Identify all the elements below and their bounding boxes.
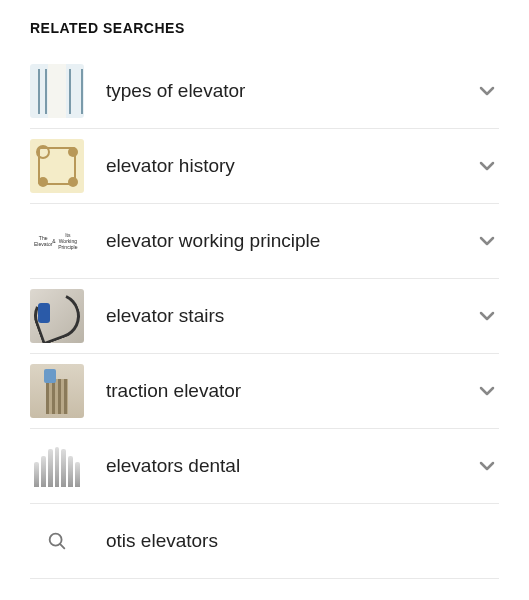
related-search-label: traction elevator [84, 380, 475, 402]
related-searches-heading: RELATED SEARCHES [30, 20, 499, 36]
related-search-item[interactable]: hydraulic elevators [30, 579, 499, 600]
related-search-item[interactable]: The Elevator & Its Working Principle ele… [30, 204, 499, 279]
related-search-label: elevator history [84, 155, 475, 177]
related-search-item[interactable]: elevator history [30, 129, 499, 204]
related-search-label: elevators dental [84, 455, 475, 477]
thumbnail-image [30, 64, 84, 118]
search-icon [30, 589, 84, 600]
related-search-item[interactable]: traction elevator [30, 354, 499, 429]
related-search-item[interactable]: elevators dental [30, 429, 499, 504]
related-searches-list: types of elevator elevator history The E… [30, 54, 499, 600]
chevron-down-icon [475, 454, 499, 478]
thumbnail-image [30, 439, 84, 493]
chevron-down-icon [475, 304, 499, 328]
thumbnail-image [30, 289, 84, 343]
svg-line-1 [60, 544, 64, 548]
thumbnail-image [30, 364, 84, 418]
chevron-down-icon [475, 154, 499, 178]
related-search-item[interactable]: elevator stairs [30, 279, 499, 354]
related-search-item[interactable]: otis elevators [30, 504, 499, 579]
related-search-label: elevator stairs [84, 305, 475, 327]
chevron-down-icon [475, 379, 499, 403]
related-search-item[interactable]: types of elevator [30, 54, 499, 129]
search-icon [30, 514, 84, 568]
thumbnail-image: The Elevator & Its Working Principle [30, 214, 84, 268]
chevron-down-icon [475, 229, 499, 253]
thumbnail-image [30, 139, 84, 193]
chevron-down-icon [475, 79, 499, 103]
related-search-label: types of elevator [84, 80, 475, 102]
related-search-label: elevator working principle [84, 230, 475, 252]
related-search-label: otis elevators [84, 530, 499, 552]
